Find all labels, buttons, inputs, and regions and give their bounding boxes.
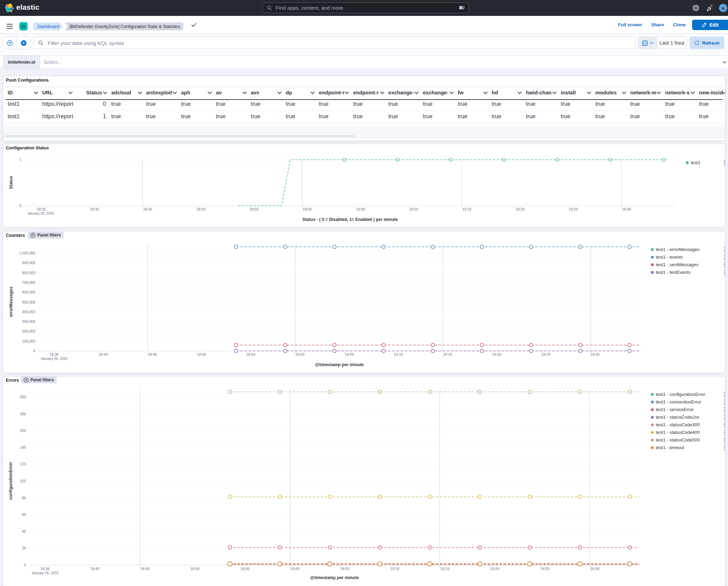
svg-text:600,000: 600,000: [22, 290, 35, 294]
svg-text:network-m: network-m: [630, 90, 656, 95]
svg-text:18:35: 18:35: [37, 207, 46, 211]
svg-text:ID: ID: [8, 90, 13, 95]
svg-text:true: true: [146, 101, 156, 107]
svg-text:18:45: 18:45: [148, 352, 157, 356]
svg-text:700,000: 700,000: [22, 280, 35, 285]
svg-text:100: 100: [20, 479, 26, 483]
svg-text:errorMessages: errorMessages: [9, 287, 13, 317]
svg-text:18:45: 18:45: [143, 207, 152, 211]
svg-text:true: true: [630, 113, 640, 119]
svg-text:true: true: [286, 101, 295, 107]
svg-text:January 26, 2023: January 26, 2023: [32, 571, 59, 575]
svg-text:18:50: 18:50: [196, 207, 205, 211]
svg-text:19:25: 19:25: [541, 352, 550, 356]
svg-text:test1 - configurationError: test1 - configurationError: [656, 392, 706, 397]
svg-text:configurationError: configurationError: [8, 462, 13, 500]
svg-text:https://report: https://report: [42, 101, 73, 107]
svg-text:endpoint-r: endpoint-r: [353, 90, 379, 95]
svg-text:19:05: 19:05: [356, 207, 365, 211]
svg-text:test1 - connectionError: test1 - connectionError: [656, 399, 701, 404]
svg-text:true: true: [595, 113, 605, 119]
svg-text:18:45: 18:45: [140, 567, 149, 571]
svg-text:true: true: [526, 101, 536, 107]
svg-text:true: true: [111, 113, 121, 119]
svg-text:100,000: 100,000: [22, 339, 35, 343]
svg-text:500,000: 500,000: [22, 300, 35, 304]
svg-text:true: true: [319, 101, 329, 107]
svg-text:80: 80: [22, 496, 26, 500]
svg-text:aph: aph: [181, 90, 190, 95]
svg-text:18:55: 18:55: [246, 352, 255, 356]
svg-text:19:20: 19:20: [516, 207, 524, 211]
svg-text:test1 - statusCode400: test1 - statusCode400: [656, 430, 700, 435]
svg-text:19:10: 19:10: [394, 352, 403, 356]
svg-text:18:50: 18:50: [197, 352, 206, 356]
svg-text:true: true: [388, 101, 398, 107]
svg-text:200,000: 200,000: [22, 329, 35, 333]
svg-text:19:10: 19:10: [390, 567, 399, 571]
svg-text:https://report: https://report: [42, 113, 73, 119]
svg-text:install: install: [561, 90, 576, 95]
svg-text:av: av: [216, 90, 222, 95]
svg-text:400,000: 400,000: [22, 310, 35, 314]
svg-text:60: 60: [22, 512, 26, 517]
svg-text:true: true: [458, 101, 467, 107]
svg-text:19:20: 19:20: [490, 567, 499, 571]
svg-text:true: true: [423, 101, 433, 107]
svg-text:true: true: [286, 113, 295, 119]
svg-text:true: true: [665, 101, 675, 107]
svg-text:network-s: network-s: [665, 90, 690, 95]
svg-text:19:30: 19:30: [590, 352, 599, 356]
svg-text:19:20: 19:20: [492, 352, 501, 356]
svg-text:true: true: [492, 101, 501, 107]
svg-text:true: true: [561, 113, 570, 119]
svg-text:hd: hd: [492, 90, 498, 95]
svg-text:200: 200: [20, 395, 26, 399]
svg-text:new-incid: new-incid: [699, 90, 723, 95]
svg-text:test1: test1: [691, 160, 700, 165]
svg-text:dp: dp: [286, 90, 292, 95]
svg-text:true: true: [699, 101, 709, 107]
svg-text:0: 0: [103, 101, 106, 107]
svg-text:true: true: [492, 113, 501, 119]
svg-text:true: true: [216, 113, 226, 119]
svg-text:Status - ( 0 = Disabled, 1= En: Status - ( 0 = Disabled, 1= Enabled ) pe…: [302, 217, 398, 222]
svg-text:19:00: 19:00: [290, 567, 299, 571]
svg-text:true: true: [111, 101, 121, 107]
svg-text:true: true: [251, 113, 261, 119]
svg-text:test1 - errorMessages: test1 - errorMessages: [656, 247, 700, 252]
svg-text:1,000,000: 1,000,000: [19, 251, 35, 255]
svg-text:test1: test1: [8, 101, 20, 107]
svg-text:antiexploit: antiexploit: [146, 90, 172, 95]
svg-text:true: true: [181, 113, 191, 119]
svg-text:18:55: 18:55: [240, 567, 249, 571]
svg-text:true: true: [630, 101, 640, 107]
svg-text:19:00: 19:00: [295, 352, 304, 356]
svg-text:40: 40: [22, 529, 26, 533]
svg-text:Status: Status: [86, 90, 102, 95]
svg-text:19:25: 19:25: [569, 207, 578, 211]
svg-text:Status: Status: [9, 176, 13, 189]
svg-text:0: 0: [24, 563, 26, 567]
svg-text:900,000: 900,000: [22, 261, 35, 265]
svg-text:true: true: [181, 101, 191, 107]
svg-text:test1 - statusCode2xx: test1 - statusCode2xx: [656, 415, 699, 420]
svg-text:true: true: [353, 101, 363, 107]
svg-text:true: true: [699, 113, 709, 119]
svg-text:URL: URL: [42, 90, 53, 95]
svg-text:true: true: [251, 101, 261, 107]
svg-text:0: 0: [19, 204, 21, 208]
svg-text:19:15: 19:15: [462, 207, 471, 211]
svg-text:test1 - statusCode300: test1 - statusCode300: [656, 422, 700, 427]
svg-text:true: true: [388, 113, 398, 119]
svg-text:test1 - serviceError: test1 - serviceError: [656, 407, 694, 412]
svg-text:test1 - sentMessages: test1 - sentMessages: [656, 262, 699, 267]
svg-text:true: true: [423, 113, 433, 119]
svg-text:endpoint-r: endpoint-r: [319, 90, 344, 95]
svg-text:true: true: [595, 101, 605, 107]
svg-text:test1 - testEvents: test1 - testEvents: [656, 270, 691, 275]
svg-text:19:15: 19:15: [443, 352, 452, 356]
svg-text:true: true: [458, 113, 467, 119]
svg-text:exchange-: exchange-: [388, 90, 414, 95]
svg-text:19:05: 19:05: [344, 352, 353, 356]
